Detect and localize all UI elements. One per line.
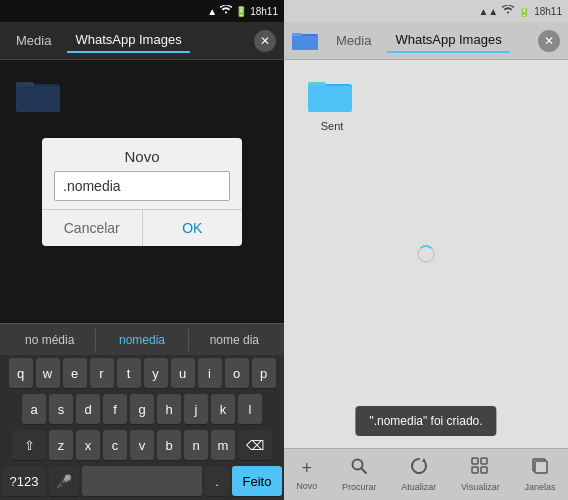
- right-close-button[interactable]: ✕: [538, 30, 560, 52]
- svg-rect-12: [472, 458, 478, 464]
- svg-rect-5: [292, 36, 318, 50]
- toolbar-atualizar[interactable]: Atualizar: [401, 457, 436, 492]
- key-p[interactable]: p: [252, 358, 276, 388]
- svg-rect-17: [535, 461, 547, 473]
- novo-icon: +: [302, 458, 313, 479]
- ok-button[interactable]: OK: [143, 210, 243, 246]
- toolbar-visualizar[interactable]: Visualizar: [461, 457, 500, 492]
- sent-folder-label: Sent: [321, 120, 344, 132]
- key-m[interactable]: m: [211, 430, 235, 460]
- bottom-toolbar: + Novo Procurar Atualizar: [284, 448, 568, 500]
- key-row-4: ?123 🎤 . Feito: [0, 463, 284, 500]
- key-f[interactable]: f: [103, 394, 127, 424]
- procurar-label: Procurar: [342, 482, 377, 492]
- key-row-3: ⇧ z x c v b n m ⌫: [0, 427, 284, 463]
- svg-rect-14: [472, 467, 478, 473]
- suggestion-0[interactable]: no média: [4, 329, 96, 351]
- left-close-button[interactable]: ✕: [254, 30, 276, 52]
- svg-line-10: [362, 469, 367, 474]
- svg-marker-11: [422, 458, 426, 462]
- key-y[interactable]: y: [144, 358, 168, 388]
- toolbar-novo[interactable]: + Novo: [296, 458, 317, 491]
- left-content: Novo Cancelar OK: [0, 60, 284, 323]
- suggestions-bar: no média nomedia nome dia: [0, 323, 284, 355]
- key-d[interactable]: d: [76, 394, 100, 424]
- key-row-2: a s d f g h j k l: [0, 391, 284, 427]
- key-num[interactable]: ?123: [2, 466, 46, 496]
- key-space[interactable]: [82, 466, 202, 496]
- svg-rect-8: [308, 86, 352, 112]
- sent-folder-icon: [308, 76, 356, 116]
- left-wifi-icon: [220, 5, 232, 17]
- key-g[interactable]: g: [130, 394, 154, 424]
- key-r[interactable]: r: [90, 358, 114, 388]
- search-icon: [350, 457, 368, 480]
- key-period[interactable]: .: [205, 466, 229, 496]
- left-status-bar: ▲ 🔋 18h11: [0, 0, 284, 22]
- dialog-overlay: Novo Cancelar OK: [0, 60, 284, 323]
- key-t[interactable]: t: [117, 358, 141, 388]
- dialog-input[interactable]: [54, 171, 230, 201]
- key-l[interactable]: l: [238, 394, 262, 424]
- cancel-button[interactable]: Cancelar: [42, 210, 143, 246]
- key-backspace[interactable]: ⌫: [238, 430, 272, 460]
- right-status-bar: ▲▲ 🔋 18h11: [284, 0, 568, 22]
- right-tab-bar: Media WhatsApp Images ✕: [284, 22, 568, 60]
- right-battery-icon: 🔋: [518, 6, 530, 17]
- key-z[interactable]: z: [49, 430, 73, 460]
- left-tab-bar: Media WhatsApp Images ✕: [0, 22, 284, 60]
- right-folder-mini-icon: [292, 30, 320, 52]
- toast-message: ".nomedia" foi criado.: [355, 406, 496, 436]
- right-time: 18h11: [534, 6, 562, 17]
- key-q[interactable]: q: [9, 358, 33, 388]
- windows-icon: [531, 457, 549, 480]
- janelas-label: Janelas: [525, 482, 556, 492]
- left-status-icons: ▲ 🔋 18h11: [207, 5, 278, 17]
- key-feito[interactable]: Feito: [232, 466, 282, 496]
- key-n[interactable]: n: [184, 430, 208, 460]
- key-c[interactable]: c: [103, 430, 127, 460]
- left-panel: ▲ 🔋 18h11 Media WhatsApp Images ✕ Novo: [0, 0, 284, 500]
- key-j[interactable]: j: [184, 394, 208, 424]
- key-e[interactable]: e: [63, 358, 87, 388]
- key-o[interactable]: o: [225, 358, 249, 388]
- key-i[interactable]: i: [198, 358, 222, 388]
- key-v[interactable]: v: [130, 430, 154, 460]
- novo-label: Novo: [296, 481, 317, 491]
- toolbar-janelas[interactable]: Janelas: [525, 457, 556, 492]
- sent-folder[interactable]: Sent: [300, 76, 364, 132]
- right-tab-whatsapp[interactable]: WhatsApp Images: [387, 28, 509, 53]
- key-row-1: q w e r t y u i o p: [0, 355, 284, 391]
- left-battery-icon: 🔋: [235, 6, 247, 17]
- left-signal-icon: ▲: [207, 6, 217, 17]
- view-icon: [471, 457, 489, 480]
- suggestion-2[interactable]: nome dia: [189, 329, 280, 351]
- key-x[interactable]: x: [76, 430, 100, 460]
- toolbar-procurar[interactable]: Procurar: [342, 457, 377, 492]
- svg-rect-15: [481, 467, 487, 473]
- key-h[interactable]: h: [157, 394, 181, 424]
- key-b[interactable]: b: [157, 430, 181, 460]
- dialog-title: Novo: [42, 138, 242, 171]
- left-tab-whatsapp[interactable]: WhatsApp Images: [67, 28, 189, 53]
- visualizar-label: Visualizar: [461, 482, 500, 492]
- right-wifi-icon: [502, 5, 514, 17]
- loading-spinner: [417, 245, 435, 263]
- refresh-icon: [410, 457, 428, 480]
- svg-rect-13: [481, 458, 487, 464]
- key-a[interactable]: a: [22, 394, 46, 424]
- right-panel: ▲▲ 🔋 18h11 Media WhatsApp Images ✕ Sent: [284, 0, 568, 500]
- right-tab-media[interactable]: Media: [328, 29, 379, 52]
- left-tab-media[interactable]: Media: [8, 29, 59, 52]
- key-w[interactable]: w: [36, 358, 60, 388]
- key-s[interactable]: s: [49, 394, 73, 424]
- key-u[interactable]: u: [171, 358, 195, 388]
- right-content: Sent ".nomedia" foi criado.: [284, 60, 568, 448]
- key-k[interactable]: k: [211, 394, 235, 424]
- right-signal-icon: ▲▲: [478, 6, 498, 17]
- keyboard: no média nomedia nome dia q w e r t y u …: [0, 323, 284, 500]
- key-mic[interactable]: 🎤: [49, 466, 79, 496]
- suggestion-1[interactable]: nomedia: [96, 329, 188, 351]
- atualizar-label: Atualizar: [401, 482, 436, 492]
- key-shift[interactable]: ⇧: [12, 430, 46, 460]
